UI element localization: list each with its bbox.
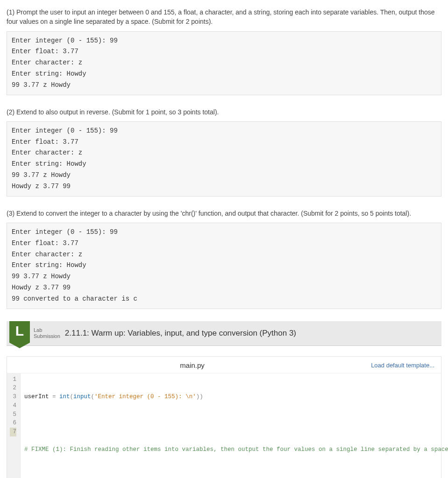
part1-sample-output: Enter integer (0 - 155): 99 Enter float:…: [7, 31, 441, 95]
lab-header: L Lab Submission 2.11.1: Warm up: Variab…: [7, 321, 441, 346]
line-number: 7: [10, 428, 16, 436]
code-line[interactable]: [24, 419, 448, 428]
editor-filename: main.py: [14, 361, 371, 369]
load-default-template-link[interactable]: Load default template...: [371, 362, 434, 369]
lab-meta-line2: Submission: [34, 333, 60, 339]
code-line[interactable]: [24, 471, 448, 478]
editor-titlebar: main.py Load default template...: [7, 357, 441, 373]
line-number-gutter: 1 2 3 4 5 6 7: [7, 373, 21, 478]
line-number: 2: [10, 384, 16, 393]
lab-meta: Lab Submission: [34, 327, 60, 338]
code-lines[interactable]: userInt = int(input('Enter integer (0 - …: [21, 373, 448, 478]
line-number: 3: [10, 393, 16, 401]
part2-instruction: (2) Extend to also output in reverse. (S…: [7, 107, 441, 117]
part3-sample-output: Enter integer (0 - 155): 99 Enter float:…: [7, 223, 441, 309]
code-editor-panel: main.py Load default template... 1 2 3 4…: [7, 356, 441, 478]
code-line[interactable]: # FIXME (1): Finish reading other items …: [24, 445, 448, 454]
line-number: 4: [10, 401, 16, 410]
lab-meta-line1: Lab: [34, 327, 60, 333]
line-number: 1: [10, 375, 16, 384]
line-number: 6: [10, 419, 16, 428]
code-editor[interactable]: 1 2 3 4 5 6 7 userInt = int(input('Enter…: [7, 373, 441, 478]
part3-instruction: (3) Extend to convert the integer to a c…: [7, 209, 441, 218]
part2-sample-output: Enter integer (0 - 155): 99 Enter float:…: [7, 121, 441, 197]
lab-title: 2.11.1: Warm up: Variables, input, and t…: [65, 329, 296, 338]
part1-instruction: (1) Prompt the user to input an integer …: [7, 7, 441, 27]
lab-badge: L: [7, 321, 33, 345]
code-line[interactable]: userInt = int(input('Enter integer (0 - …: [24, 393, 448, 401]
lab-badge-letter: L: [9, 321, 30, 343]
line-number: 5: [10, 410, 16, 419]
